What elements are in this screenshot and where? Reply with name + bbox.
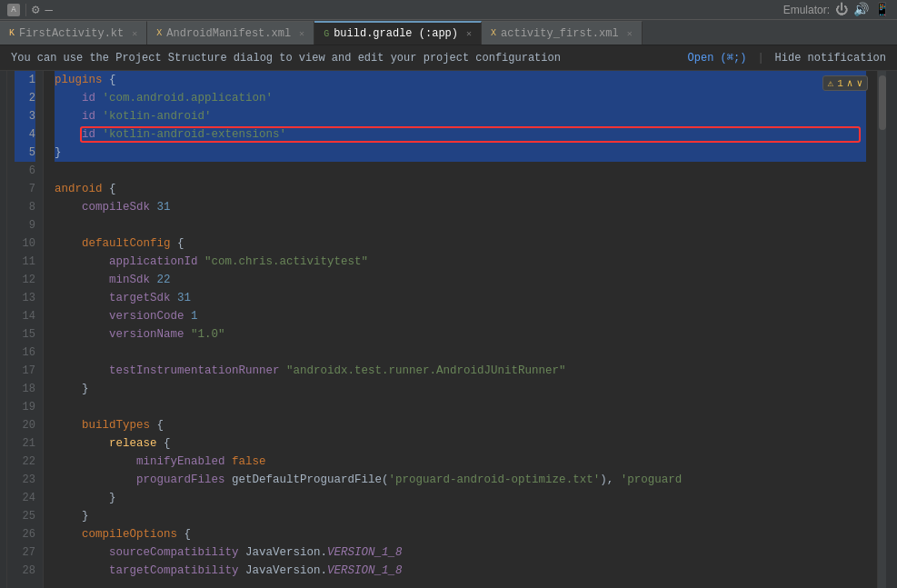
notification-bar: You can use the Project Structure dialog… xyxy=(0,45,897,71)
code-line-4: id 'kotlin-android-extensions' xyxy=(55,125,866,144)
tab-activity-first-xml-label: activity_first.xml xyxy=(501,27,619,40)
line-number-16: 16 xyxy=(15,344,35,362)
code-line-17: testInstrumentationRunner "androidx.test… xyxy=(55,362,866,380)
code-line-25: } xyxy=(55,507,866,525)
xml-icon-1: X xyxy=(156,28,162,38)
line-number-18: 18 xyxy=(15,380,35,398)
settings-icon[interactable]: ⚙ xyxy=(32,2,39,17)
code-line-7: android { xyxy=(55,180,866,198)
tab-first-activity-close[interactable]: ✕ xyxy=(132,28,137,39)
editor-container: 1234567891011121314151617181920212223242… xyxy=(7,71,886,588)
emulator-label: Emulator: xyxy=(783,4,830,16)
warning-chevron-down[interactable]: ∨ xyxy=(856,77,862,89)
tab-first-activity[interactable]: K FirstActivity.kt ✕ xyxy=(0,21,147,45)
code-line-28: targetCompatibility JavaVersion.VERSION_… xyxy=(55,562,866,580)
line-number-11: 11 xyxy=(15,253,35,271)
xml-icon-2: X xyxy=(491,28,496,38)
line-number-3: 3 xyxy=(15,107,35,125)
code-line-12: minSdk 22 xyxy=(55,271,866,289)
warning-icon: ⚠ xyxy=(828,77,834,89)
line-numbers: 1234567891011121314151617181920212223242… xyxy=(7,71,44,588)
warning-badge[interactable]: ⚠ 1 ∧ ∨ xyxy=(822,75,868,91)
code-line-9 xyxy=(55,216,866,234)
warning-chevron-up[interactable]: ∧ xyxy=(847,77,853,89)
top-right-icons: ⏻ 🔊 📱 xyxy=(835,2,890,17)
line-number-21: 21 xyxy=(15,434,35,453)
line-number-27: 27 xyxy=(15,543,35,562)
power-icon[interactable]: ⏻ xyxy=(835,3,848,17)
right-gutter xyxy=(886,71,897,588)
code-line-20: buildTypes { xyxy=(55,416,866,434)
volume-icon[interactable]: 🔊 xyxy=(853,2,869,17)
line-number-28: 28 xyxy=(15,562,35,580)
tab-build-gradle-label: build.gradle (:app) xyxy=(334,27,458,40)
tab-first-activity-label: FirstActivity.kt xyxy=(19,27,124,40)
app-icon: A xyxy=(7,4,20,16)
kt-icon: K xyxy=(9,28,15,38)
line-number-9: 9 xyxy=(15,216,35,234)
line-number-4: 4 xyxy=(15,125,35,144)
minimize-icon[interactable]: — xyxy=(45,3,52,17)
line-number-20: 20 xyxy=(15,416,35,434)
code-line-22: minifyEnabled false xyxy=(55,453,866,471)
tab-android-manifest[interactable]: X AndroidManifest.xml ✕ xyxy=(147,21,314,45)
code-line-3: id 'kotlin-android' xyxy=(55,107,866,125)
line-number-25: 25 xyxy=(15,507,35,525)
line-number-8: 8 xyxy=(15,198,35,216)
code-area[interactable]: plugins { id 'com.android.application' i… xyxy=(44,71,877,588)
code-line-19 xyxy=(55,398,866,416)
notification-text: You can use the Project Structure dialog… xyxy=(11,52,681,65)
tab-android-manifest-close[interactable]: ✕ xyxy=(299,28,304,39)
line-number-5: 5 xyxy=(15,144,35,162)
code-line-16 xyxy=(55,344,866,362)
gradle-icon: G xyxy=(324,29,329,39)
code-line-1: plugins { xyxy=(55,71,866,89)
code-line-18: } xyxy=(55,380,866,398)
line-number-1: 1 xyxy=(15,71,35,89)
main-layout: 1234567891011121314151617181920212223242… xyxy=(0,71,897,588)
line-number-12: 12 xyxy=(15,271,35,289)
code-line-21: release { xyxy=(55,434,866,453)
vertical-scrollbar[interactable] xyxy=(877,71,886,588)
tabs-bar: K FirstActivity.kt ✕ X AndroidManifest.x… xyxy=(0,20,897,45)
line-number-23: 23 xyxy=(15,471,35,489)
notification-open-link[interactable]: Open (⌘;) xyxy=(688,51,747,65)
top-bar: A ⚙ — Emulator: ⏻ 🔊 📱 xyxy=(0,0,897,20)
tab-build-gradle-close[interactable]: ✕ xyxy=(466,28,472,39)
code-line-6 xyxy=(55,162,866,180)
code-line-15: versionName "1.0" xyxy=(55,325,866,344)
line-number-6: 6 xyxy=(15,162,35,180)
code-line-5: } xyxy=(55,144,866,162)
code-line-2: id 'com.android.application' xyxy=(55,89,866,107)
tab-activity-first-xml-close[interactable]: ✕ xyxy=(627,28,633,39)
code-line-23: proguardFiles getDefaultProguardFile('pr… xyxy=(55,471,866,489)
code-line-24: } xyxy=(55,489,866,507)
line-number-15: 15 xyxy=(15,325,35,344)
line-number-17: 17 xyxy=(15,362,35,380)
phone-icon[interactable]: 📱 xyxy=(874,2,890,17)
code-line-26: compileOptions { xyxy=(55,525,866,543)
code-line-14: versionCode 1 xyxy=(55,307,866,325)
code-line-11: applicationId "com.chris.activitytest" xyxy=(55,253,866,271)
left-sidebar xyxy=(0,71,7,588)
scrollbar-thumb[interactable] xyxy=(879,75,886,130)
line-number-13: 13 xyxy=(15,289,35,307)
separator-1 xyxy=(25,4,26,16)
line-number-26: 26 xyxy=(15,525,35,543)
code-line-13: targetSdk 31 xyxy=(55,289,866,307)
line-number-14: 14 xyxy=(15,307,35,325)
code-line-27: sourceCompatibility JavaVersion.VERSION_… xyxy=(55,543,866,562)
line-number-10: 10 xyxy=(15,234,35,253)
code-line-8: compileSdk 31 xyxy=(55,198,866,216)
code-line-10: defaultConfig { xyxy=(55,234,866,253)
line-number-2: 2 xyxy=(15,89,35,107)
line-number-24: 24 xyxy=(15,489,35,507)
notification-hide-button[interactable]: Hide notification xyxy=(775,52,886,65)
tab-android-manifest-label: AndroidManifest.xml xyxy=(166,27,291,40)
line-number-22: 22 xyxy=(15,453,35,471)
tab-activity-first-xml[interactable]: X activity_first.xml ✕ xyxy=(482,21,643,45)
tab-build-gradle[interactable]: G build.gradle (:app) ✕ xyxy=(314,21,482,45)
line-number-19: 19 xyxy=(15,398,35,416)
line-number-7: 7 xyxy=(15,180,35,198)
warning-count: 1 xyxy=(837,78,843,89)
